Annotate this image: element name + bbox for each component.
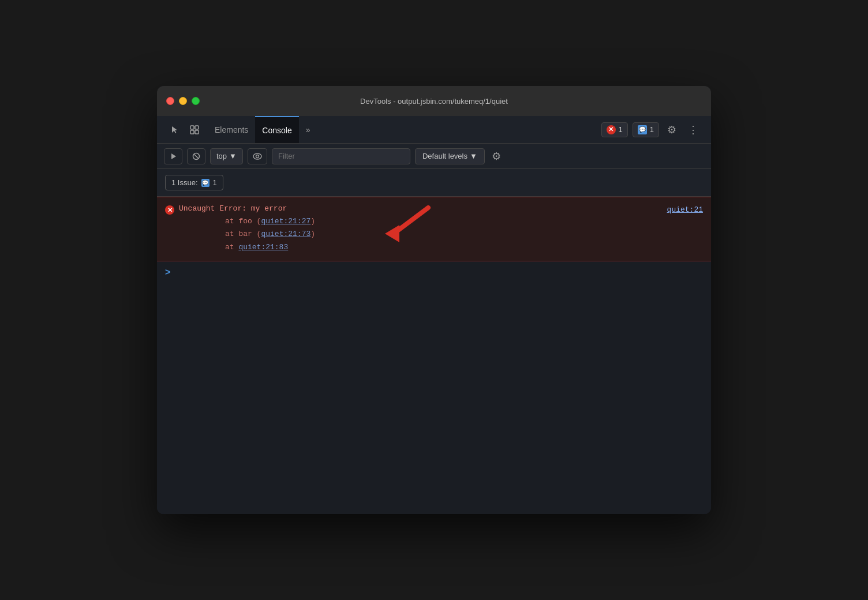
error-icon: ✕ xyxy=(165,205,174,215)
tab-console[interactable]: Console xyxy=(255,116,298,143)
console-input-row: > xyxy=(157,261,711,283)
error-content: Uncaught Error: my error at foo (quiet:2… xyxy=(179,204,703,253)
stack-line-2: at bar (quiet:21:73) xyxy=(225,228,703,241)
error-title: Uncaught Error: my error xyxy=(179,204,703,213)
tab-icon-group xyxy=(162,116,208,143)
stack-line-3: at quiet:21:83 xyxy=(225,241,703,254)
level-chevron: ▼ xyxy=(470,152,477,160)
console-empty-area xyxy=(157,283,711,514)
more-options-button[interactable]: ⋮ xyxy=(684,121,702,138)
cursor-icon-button[interactable] xyxy=(166,122,184,137)
level-selector[interactable]: Default levels ▼ xyxy=(415,148,485,164)
issue-bar: 1 Issue: 💬 1 xyxy=(157,169,711,197)
issue-message-icon: 💬 xyxy=(201,179,209,187)
error-badge-button[interactable]: ✕ 1 xyxy=(601,122,628,137)
console-prompt: > xyxy=(165,267,170,278)
tab-elements[interactable]: Elements xyxy=(208,116,255,143)
error-location-link[interactable]: quiet:21 xyxy=(667,205,703,214)
svg-rect-1 xyxy=(195,126,199,129)
svg-rect-3 xyxy=(195,130,199,134)
devtools-window: DevTools - output.jsbin.com/tukemeq/1/qu… xyxy=(157,86,711,513)
error-circle-icon: ✕ xyxy=(607,125,616,134)
svg-line-8 xyxy=(194,154,199,159)
eye-icon-button[interactable] xyxy=(248,148,267,164)
stack-line-1: at foo (quiet:21:27) xyxy=(225,215,703,228)
window-title: DevTools - output.jsbin.com/tukemeq/1/qu… xyxy=(360,97,508,106)
issue-badge[interactable]: 1 Issue: 💬 1 xyxy=(165,175,223,190)
console-toolbar: top ▼ Default levels ▼ ⚙ xyxy=(157,144,711,169)
stack-link-root[interactable]: quiet:21:83 xyxy=(238,243,288,252)
issue-count-text: 1 Issue: xyxy=(171,178,198,187)
context-label: top xyxy=(216,152,227,160)
console-settings-button[interactable]: ⚙ xyxy=(489,149,503,164)
error-stack: at foo (quiet:21:27) at bar (quiet:21:73… xyxy=(225,215,703,253)
tab-bar-right: ✕ 1 💬 1 ⚙ ⋮ xyxy=(601,116,706,143)
block-icon-button[interactable] xyxy=(187,148,205,164)
error-count: 1 xyxy=(619,125,623,134)
execute-icon-button[interactable] xyxy=(164,148,182,164)
svg-point-10 xyxy=(256,155,259,158)
issue-badge-count: 1 xyxy=(213,178,217,187)
traffic-lights xyxy=(166,97,200,105)
minimize-button[interactable] xyxy=(179,97,187,105)
error-row-main: ✕ Uncaught Error: my error at foo (quiet… xyxy=(165,204,703,253)
settings-icon-button[interactable]: ⚙ xyxy=(664,121,680,138)
stack-link-foo[interactable]: quiet:21:27 xyxy=(261,217,310,226)
inspector-icon-button[interactable] xyxy=(186,122,203,137)
filter-input[interactable] xyxy=(272,148,410,164)
tab-more[interactable]: » xyxy=(299,116,317,143)
stack-link-bar[interactable]: quiet:21:73 xyxy=(261,230,310,238)
console-area: ✕ Uncaught Error: my error at foo (quiet… xyxy=(157,197,711,513)
tab-bar: Elements Console » ✕ 1 💬 1 ⚙ ⋮ xyxy=(157,116,711,144)
svg-marker-6 xyxy=(171,153,176,159)
svg-rect-2 xyxy=(190,130,194,134)
error-row: ✕ Uncaught Error: my error at foo (quiet… xyxy=(157,197,711,261)
svg-rect-0 xyxy=(190,126,194,129)
context-selector[interactable]: top ▼ xyxy=(210,148,243,164)
context-chevron: ▼ xyxy=(229,152,237,160)
level-label: Default levels xyxy=(422,152,467,160)
close-button[interactable] xyxy=(166,97,174,105)
message-badge-button[interactable]: 💬 1 xyxy=(633,122,659,137)
message-count: 1 xyxy=(650,125,654,134)
title-bar: DevTools - output.jsbin.com/tukemeq/1/qu… xyxy=(157,86,711,116)
message-icon: 💬 xyxy=(638,125,647,134)
maximize-button[interactable] xyxy=(192,97,200,105)
svg-point-9 xyxy=(253,153,261,159)
